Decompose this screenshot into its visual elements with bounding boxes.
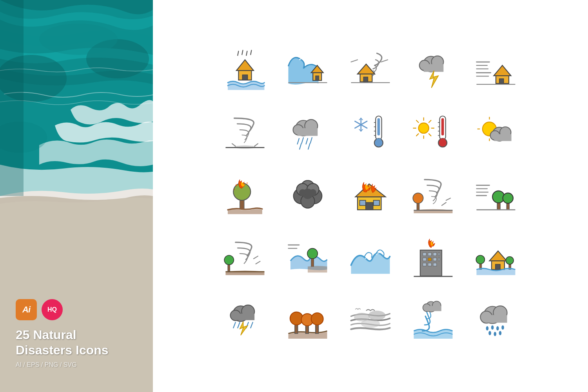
svg-line-71 xyxy=(416,120,419,123)
svg-point-182 xyxy=(496,326,499,330)
svg-rect-59 xyxy=(377,118,380,136)
svg-rect-143 xyxy=(423,263,426,266)
svg-point-168 xyxy=(311,313,323,325)
svg-rect-165 xyxy=(306,325,309,334)
icons-grid xyxy=(210,35,531,357)
svg-point-153 xyxy=(506,257,514,265)
svg-line-20 xyxy=(351,60,358,62)
icon-smog-dust xyxy=(343,294,398,349)
svg-rect-142 xyxy=(438,258,439,261)
svg-line-50 xyxy=(308,143,310,149)
svg-rect-110 xyxy=(366,203,373,210)
svg-rect-132 xyxy=(311,258,314,267)
icon-rain-cloud xyxy=(280,106,335,161)
svg-line-39 xyxy=(254,143,258,146)
icon-building-fire xyxy=(406,231,461,286)
svg-rect-175 xyxy=(426,306,441,311)
svg-marker-107 xyxy=(356,184,386,197)
svg-marker-147 xyxy=(490,251,507,261)
svg-marker-31 xyxy=(494,65,511,76)
icon-house-fire xyxy=(343,169,398,223)
left-bottom-content: Ai HQ 25 NaturalDisasters Icons AI / EPS… xyxy=(16,299,109,368)
svg-line-9 xyxy=(250,50,251,54)
svg-rect-109 xyxy=(374,200,379,205)
icon-tornado-debris xyxy=(218,231,272,286)
svg-point-95 xyxy=(234,189,235,190)
hq-badge: HQ xyxy=(42,299,63,320)
icon-waves-trees xyxy=(280,231,335,286)
svg-marker-27 xyxy=(430,71,438,88)
product-title: 25 NaturalDisasters Icons xyxy=(16,327,109,358)
icon-tree-fire xyxy=(218,169,272,223)
svg-point-3 xyxy=(39,24,118,55)
svg-rect-136 xyxy=(428,253,432,256)
icon-storm-lightning xyxy=(218,294,272,349)
svg-line-158 xyxy=(233,322,236,328)
icon-wind-trees xyxy=(468,169,523,223)
svg-rect-145 xyxy=(433,263,437,266)
svg-point-93 xyxy=(236,184,237,186)
svg-point-133 xyxy=(307,249,318,259)
svg-line-72 xyxy=(429,134,431,136)
icon-cold-thermometer xyxy=(343,106,398,161)
svg-point-170 xyxy=(368,311,386,320)
svg-rect-135 xyxy=(423,253,426,256)
svg-rect-76 xyxy=(441,118,444,136)
svg-line-49 xyxy=(299,143,301,149)
svg-line-47 xyxy=(306,138,308,144)
svg-line-161 xyxy=(250,322,253,328)
svg-point-127 xyxy=(224,255,234,265)
svg-point-66 xyxy=(419,123,429,133)
svg-point-180 xyxy=(486,326,489,330)
svg-point-123 xyxy=(503,193,513,203)
icon-wind-house xyxy=(468,43,523,98)
svg-point-183 xyxy=(501,325,504,330)
icon-flood-house xyxy=(218,43,272,98)
svg-rect-15 xyxy=(316,76,319,80)
icon-tornado-ground xyxy=(218,106,272,161)
svg-line-159 xyxy=(238,322,240,328)
icon-smoke-cloud xyxy=(280,169,335,223)
svg-rect-26 xyxy=(424,64,444,72)
icon-lightning xyxy=(406,43,461,98)
svg-rect-5 xyxy=(0,0,24,196)
ai-badge: Ai xyxy=(16,299,37,320)
icon-hot-thermometer xyxy=(406,106,461,161)
svg-line-38 xyxy=(232,143,236,146)
svg-line-45 xyxy=(298,138,299,144)
svg-rect-157 xyxy=(235,314,255,320)
svg-point-184 xyxy=(488,331,491,335)
svg-line-21 xyxy=(381,60,388,62)
icon-tornado-house xyxy=(343,43,398,98)
svg-rect-137 xyxy=(433,253,437,256)
svg-point-104 xyxy=(299,189,306,196)
icon-tsunami-house xyxy=(280,43,335,98)
svg-line-46 xyxy=(302,138,303,143)
icon-autumn-trees xyxy=(280,294,335,349)
svg-line-8 xyxy=(246,51,247,56)
svg-point-105 xyxy=(309,189,316,196)
svg-point-171 xyxy=(361,319,380,328)
right-panel xyxy=(153,0,588,392)
icon-heavy-rain xyxy=(468,294,523,349)
svg-point-94 xyxy=(247,182,248,183)
svg-rect-108 xyxy=(360,200,366,205)
svg-rect-138 xyxy=(438,253,439,256)
format-list: AI / EPS / PNG / SVG xyxy=(16,361,109,368)
svg-rect-90 xyxy=(494,134,512,141)
svg-line-48 xyxy=(310,138,312,143)
icon-partly-cloudy xyxy=(468,106,523,161)
svg-marker-17 xyxy=(358,64,375,74)
svg-line-115 xyxy=(446,198,450,201)
icon-large-wave xyxy=(343,231,398,286)
icon-flood-house-trees xyxy=(468,231,523,286)
svg-rect-141 xyxy=(433,258,437,261)
svg-point-185 xyxy=(494,332,497,336)
svg-rect-149 xyxy=(495,264,500,269)
svg-rect-179 xyxy=(486,315,507,323)
svg-point-112 xyxy=(413,193,423,203)
svg-rect-19 xyxy=(363,77,368,82)
svg-rect-140 xyxy=(428,258,432,261)
icon-tornado-trees xyxy=(406,169,461,223)
svg-line-114 xyxy=(442,203,446,206)
